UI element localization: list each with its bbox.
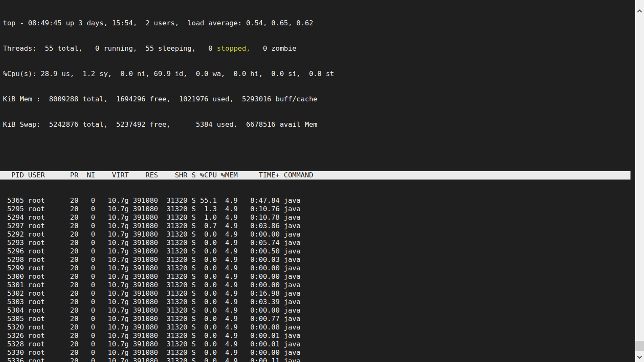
scroll-down-button[interactable] [635,352,644,362]
table-row: 5328 root 20 0 10.7g 391080 31320 S 0.0 … [0,340,635,348]
summary-line-threads: Threads: 55 total, 0 running, 55 sleepin… [0,44,635,53]
table-row: 5294 root 20 0 10.7g 391080 31320 S 1.0 … [0,213,635,222]
table-row: 5295 root 20 0 10.7g 391080 31320 S 1.3 … [0,205,635,213]
table-row: 5297 root 20 0 10.7g 391080 31320 S 0.7 … [0,222,635,230]
summary-line-uptime: top - 08:49:45 up 3 days, 15:54, 2 users… [0,19,635,27]
table-row: 5303 root 20 0 10.7g 391080 31320 S 0.0 … [0,298,635,306]
summary-line-swap: KiB Swap: 5242876 total, 5237492 free, 5… [0,120,635,129]
scroll-up-button[interactable] [635,6,644,16]
table-row: 5301 root 20 0 10.7g 391080 31320 S 0.0 … [0,281,635,289]
chevron-up-icon [637,9,642,13]
scrollbar-thumb[interactable] [635,341,644,351]
table-row: 5326 root 20 0 10.7g 391080 31320 S 0.0 … [0,332,635,340]
table-row: 5302 root 20 0 10.7g 391080 31320 S 0.0 … [0,289,635,298]
chevron-down-icon [637,355,642,359]
threads-stopped-highlight: stopped, [217,44,250,52]
blank-line [0,146,635,154]
summary-line-mem: KiB Mem : 8009288 total, 1694296 free, 1… [0,95,635,103]
threads-text-before: Threads: 55 total, 0 running, 55 sleepin… [3,44,217,52]
table-row: 5320 root 20 0 10.7g 391080 31320 S 0.0 … [0,323,635,332]
table-row: 5292 root 20 0 10.7g 391080 31320 S 0.0 … [0,230,635,239]
table-row: 5330 root 20 0 10.7g 391080 31320 S 0.0 … [0,348,635,357]
summary-line-cpu: %Cpu(s): 28.9 us, 1.2 sy, 0.0 ni, 69.9 i… [0,70,635,78]
table-row: 5336 root 20 0 10.7g 391080 31320 S 0.0 … [0,357,635,362]
threads-text-after: 0 zombie [250,44,296,52]
table-row: 5304 root 20 0 10.7g 391080 31320 S 0.0 … [0,306,635,315]
table-row: 5296 root 20 0 10.7g 391080 31320 S 0.0 … [0,247,635,256]
process-table-header: PID USER PR NI VIRT RES SHR S %CPU %MEM … [0,171,630,180]
table-row: 5365 root 20 0 10.7g 391080 31320 S 55.1… [0,196,635,205]
table-row: 5300 root 20 0 10.7g 391080 31320 S 0.0 … [0,272,635,281]
table-row: 5298 root 20 0 10.7g 391080 31320 S 0.0 … [0,256,635,264]
table-row: 5293 root 20 0 10.7g 391080 31320 S 0.0 … [0,239,635,247]
table-row: 5299 root 20 0 10.7g 391080 31320 S 0.0 … [0,264,635,272]
process-table-rows: 5365 root 20 0 10.7g 391080 31320 S 55.1… [0,196,635,362]
terminal-output[interactable]: top - 08:49:45 up 3 days, 15:54, 2 users… [0,0,635,362]
table-row: 5305 root 20 0 10.7g 391080 31320 S 0.0 … [0,315,635,323]
scrollbar[interactable] [635,0,644,362]
